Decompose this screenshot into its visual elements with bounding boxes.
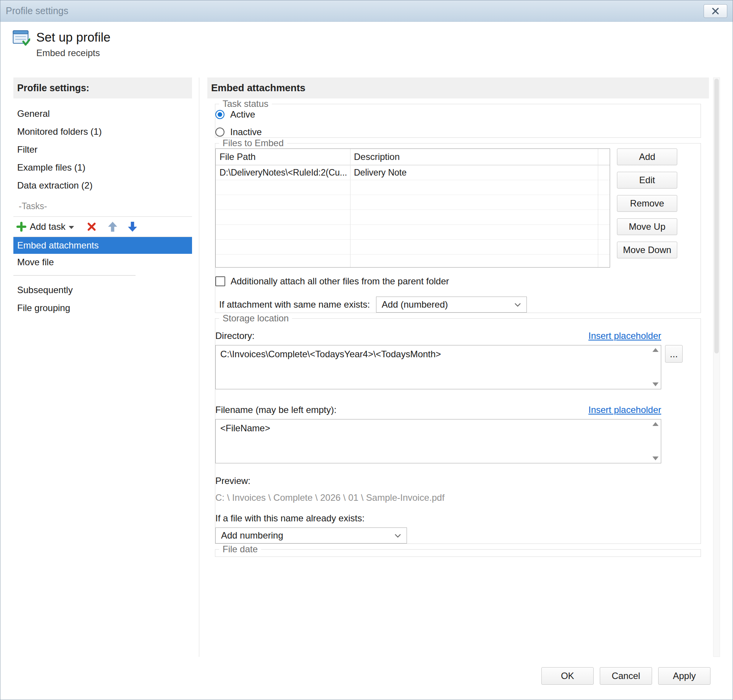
close-button[interactable] (704, 4, 727, 18)
scroll-down-icon (652, 382, 659, 386)
attach-parent-folder-row: Additionally attach all other files from… (215, 276, 701, 287)
close-icon (712, 8, 719, 15)
sidebar-item-example-files[interactable]: Example files (1) (13, 158, 192, 176)
attach-parent-folder-label: Additionally attach all other files from… (231, 276, 449, 287)
sidebar-item-file-grouping[interactable]: File grouping (13, 299, 192, 317)
filename-label: Filename (may be left empty): (215, 405, 336, 415)
move-task-up-button[interactable] (108, 221, 118, 232)
preview-value: C: \ Invoices \ Complete \ 2026 \ 01 \ S… (215, 492, 701, 503)
sidebar-item-data-extraction[interactable]: Data extraction (2) (13, 176, 192, 194)
directory-label-row: Directory: Insert placeholder (215, 331, 661, 341)
main-heading: Embed attachments (207, 77, 709, 98)
cancel-button[interactable]: Cancel (600, 667, 652, 685)
ok-button[interactable]: OK (541, 667, 594, 685)
sidebar-heading: Profile settings: (13, 77, 192, 98)
directory-input[interactable]: C:\Invoices\Complete\<TodaysYear4>\<Toda… (215, 345, 661, 389)
setup-profile-icon (13, 30, 30, 46)
task-item-embed-attachments[interactable]: Embed attachments (13, 237, 192, 254)
active-radio-label: Active (230, 109, 255, 120)
add-task-plus-icon (16, 222, 26, 232)
sidebar: Profile settings: General Monitored fold… (13, 77, 192, 317)
cell-description: Delivery Note (350, 168, 598, 178)
same-name-label: If attachment with same name exists: (219, 299, 370, 310)
delete-task-icon (87, 222, 96, 231)
scroll-up-icon (652, 422, 659, 426)
remove-button[interactable]: Remove (617, 195, 677, 212)
filename-scrollbar[interactable] (651, 420, 660, 462)
apply-button[interactable]: Apply (658, 667, 710, 685)
table-row-empty (216, 180, 610, 195)
table-row[interactable]: D:\DeliveryNotes\<RuleId:2(Cu... Deliver… (216, 165, 610, 180)
sidebar-item-subsequently[interactable]: Subsequently (13, 281, 192, 299)
titlebar: Profile settings (0, 0, 733, 22)
files-to-embed-group: Files to Embed File Path Description D:\… (215, 138, 701, 313)
main-panel: Embed attachments Task status Active Ina… (207, 77, 709, 557)
radio-row-inactive: Inactive (215, 127, 701, 137)
file-exists-dropdown-value: Add numbering (221, 530, 283, 541)
profile-settings-window: Profile settings Set up profile Embed re… (0, 0, 733, 700)
scrollbar-thumb[interactable] (714, 79, 719, 353)
dialog-header: Set up profile Embed receipts (0, 22, 733, 58)
add-button[interactable]: Add (617, 148, 677, 165)
table-row-empty (216, 210, 610, 225)
storage-location-legend: Storage location (219, 313, 292, 324)
radio-row-active: Active (215, 109, 701, 120)
task-item-move-file[interactable]: Move file (13, 254, 192, 271)
attach-parent-folder-checkbox[interactable] (215, 276, 225, 286)
move-task-up-icon (108, 221, 118, 232)
move-up-button[interactable]: Move Up (617, 218, 677, 235)
table-row-empty (216, 195, 610, 210)
same-name-dropdown-value: Add (numbered) (382, 299, 448, 310)
file-exists-label: If a file with this name already exists: (215, 513, 701, 524)
sidebar-separator (199, 77, 199, 657)
main-panel-scrollbar[interactable] (713, 77, 720, 657)
active-radio[interactable] (215, 110, 224, 119)
sidebar-item-monitored-folders[interactable]: Monitored folders (1) (13, 123, 192, 140)
filename-input[interactable]: <FileName> (215, 419, 661, 463)
table-row-empty (216, 255, 610, 268)
task-status-group: Task status Active Inactive (215, 98, 701, 138)
file-date-group: File date (215, 544, 701, 557)
same-name-dropdown[interactable]: Add (numbered) (376, 297, 527, 313)
inactive-radio[interactable] (215, 127, 224, 137)
column-header-description[interactable]: Description (350, 152, 598, 162)
move-down-button[interactable]: Move Down (617, 242, 677, 258)
sidebar-item-filter[interactable]: Filter (13, 140, 192, 158)
directory-label: Directory: (215, 331, 255, 341)
files-button-column: Add Edit Remove Move Up Move Down (617, 148, 677, 268)
caret-down-icon (69, 226, 74, 229)
filename-label-row: Filename (may be left empty): Insert pla… (215, 405, 661, 415)
storage-location-group: Storage location Directory: Insert place… (215, 313, 701, 544)
page-title: Set up profile (36, 30, 110, 45)
filename-value: <FileName> (216, 419, 661, 437)
files-to-embed-legend: Files to Embed (219, 138, 287, 148)
table-header: File Path Description (216, 149, 610, 165)
tasks-section-label: -Tasks- (13, 199, 192, 213)
directory-value: C:\Invoices\Complete\<TodaysYear4>\<Toda… (216, 345, 661, 363)
preview-label: Preview: (215, 476, 701, 486)
insert-placeholder-link-directory[interactable]: Insert placeholder (588, 331, 661, 341)
insert-placeholder-link-filename[interactable]: Insert placeholder (588, 405, 661, 415)
sidebar-item-general[interactable]: General (13, 105, 192, 123)
file-date-legend: File date (219, 544, 261, 555)
table-row-empty (216, 240, 610, 255)
move-task-down-button[interactable] (128, 221, 137, 232)
scroll-down-icon (652, 456, 659, 460)
table-row-empty (216, 225, 610, 240)
sidebar-list: General Monitored folders (1) Filter Exa… (13, 105, 192, 194)
edit-button[interactable]: Edit (617, 172, 677, 189)
add-task-button[interactable]: Add task (16, 221, 74, 232)
column-header-file-path[interactable]: File Path (216, 152, 350, 162)
same-name-row: If attachment with same name exists: Add… (215, 297, 701, 313)
move-task-down-icon (128, 221, 137, 232)
dialog-footer: OK Cancel Apply (541, 667, 710, 685)
files-table[interactable]: File Path Description D:\DeliveryNotes\<… (215, 148, 610, 268)
file-exists-dropdown[interactable]: Add numbering (215, 527, 407, 544)
sidebar-divider (13, 275, 136, 276)
task-status-legend: Task status (219, 98, 272, 109)
directory-scrollbar[interactable] (651, 346, 660, 388)
window-title: Profile settings (6, 5, 68, 16)
add-task-label: Add task (30, 221, 65, 232)
browse-directory-button[interactable]: ... (665, 345, 683, 363)
delete-task-button[interactable] (87, 222, 96, 231)
